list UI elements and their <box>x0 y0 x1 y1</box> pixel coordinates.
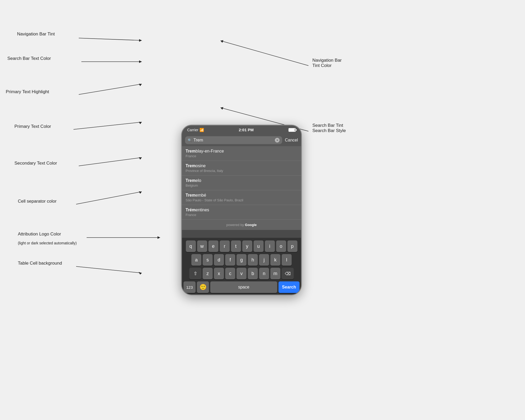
key-s[interactable]: s <box>203 254 213 266</box>
status-time: 2:01 PM <box>239 128 254 132</box>
svg-line-14 <box>76 266 142 273</box>
key-t[interactable]: t <box>231 240 241 252</box>
key-u[interactable]: u <box>254 240 264 252</box>
svg-line-4 <box>79 84 142 94</box>
status-bar: Carrier 📶 2:01 PM <box>182 125 301 134</box>
svg-marker-13 <box>158 236 160 239</box>
search-text: Trem <box>193 138 273 143</box>
key-l[interactable]: l <box>282 254 292 266</box>
key-i[interactable]: i <box>265 240 275 252</box>
svg-marker-11 <box>139 191 142 194</box>
keyboard-row-3: ⇧ z x c v b n m ⌫ <box>183 268 300 279</box>
svg-line-6 <box>74 122 142 129</box>
result-rest-3: embé <box>196 193 206 197</box>
key-123[interactable]: 123 <box>183 281 196 293</box>
svg-line-0 <box>79 38 142 40</box>
key-x[interactable]: x <box>214 268 224 279</box>
key-o[interactable]: o <box>276 240 286 252</box>
battery-icon <box>288 128 296 132</box>
key-e[interactable]: e <box>208 240 218 252</box>
keyboard-row-2: a s d f g h j k l <box>183 254 300 266</box>
key-b[interactable]: b <box>248 268 258 279</box>
key-z[interactable]: z <box>203 268 213 279</box>
result-item-2[interactable]: Tremelo Belgium <box>182 176 301 190</box>
phone-mockup: Carrier 📶 2:01 PM 🔍 Trem ✕ Cancel Trembl… <box>181 125 302 295</box>
key-shift[interactable]: ⇧ <box>189 268 201 279</box>
result-rest-2: elo <box>196 178 201 183</box>
result-secondary-3: São Paulo - State of São Paulo, Brazil <box>186 198 297 202</box>
wifi-icon: 📶 <box>200 128 204 132</box>
result-highlight-2: Trem <box>186 178 196 183</box>
search-icon: 🔍 <box>188 138 192 142</box>
result-item-0[interactable]: Tremblay-en-France France <box>182 146 301 161</box>
svg-line-16 <box>220 41 308 66</box>
clear-button[interactable]: ✕ <box>275 138 280 143</box>
annotation-attribution-logo-color: Attribution Logo Color <box>18 232 61 237</box>
key-a[interactable]: a <box>191 254 201 266</box>
svg-line-10 <box>76 192 142 204</box>
key-q[interactable]: q <box>186 240 196 252</box>
key-space[interactable]: space <box>210 281 277 293</box>
keyboard: q w e r t y u i o p a s d f g h j k <box>182 238 301 295</box>
svg-marker-9 <box>139 157 142 160</box>
results-list: Tremblay-en-France France Tremosine Prov… <box>182 146 301 219</box>
annotation-table-cell-bg: Table Cell background <box>18 261 62 266</box>
carrier: Carrier 📶 <box>187 128 204 132</box>
annotation-nav-bar-tint: Navigation Bar Tint <box>17 32 55 37</box>
key-d[interactable]: d <box>214 254 224 266</box>
result-item-1[interactable]: Tremosine Province of Brescia, Italy <box>182 161 301 176</box>
annotation-attribution-logo-sub: (light or dark selected automatically) <box>18 241 77 245</box>
result-highlight-1: Trem <box>186 164 196 168</box>
cancel-button[interactable]: Cancel <box>285 138 298 143</box>
google-brand: Google <box>245 223 257 227</box>
result-rest-0: blay-en-France <box>196 149 224 153</box>
annotation-search-bar-text-color: Search Bar Text Color <box>7 56 51 61</box>
key-g[interactable]: g <box>237 254 246 266</box>
annotation-secondary-text-color: Secondary Text Color <box>14 161 57 166</box>
result-primary-4: Trémentines <box>186 208 297 212</box>
result-highlight-3: Trem <box>186 193 196 197</box>
key-j[interactable]: j <box>259 254 269 266</box>
annotation-nav-bar-tint-color: Navigation Bar Tint Color <box>312 58 342 68</box>
result-primary-2: Tremelo <box>186 178 297 183</box>
annotation-cell-separator-color: Cell separator color <box>18 199 56 204</box>
key-r[interactable]: r <box>220 240 230 252</box>
svg-marker-7 <box>139 122 142 124</box>
result-primary-0: Tremblay-en-France <box>186 149 297 154</box>
svg-marker-15 <box>139 272 142 275</box>
result-secondary-2: Belgium <box>186 183 297 187</box>
key-backspace[interactable]: ⌫ <box>282 268 294 279</box>
keyboard-bottom-row: 123 🙂 space Search <box>183 281 300 293</box>
key-m[interactable]: m <box>270 268 280 279</box>
result-item-4[interactable]: Trémentines France <box>182 205 301 219</box>
svg-marker-1 <box>139 39 142 42</box>
powered-by-text: powered by <box>226 223 245 227</box>
annotation-primary-text-color: Primary Text Color <box>14 124 51 129</box>
svg-marker-17 <box>220 40 223 43</box>
svg-marker-19 <box>220 107 223 110</box>
key-n[interactable]: n <box>259 268 269 279</box>
result-highlight-0: Trem <box>186 149 196 153</box>
table-cell-background <box>182 230 301 238</box>
result-item-3[interactable]: Tremembé São Paulo - State of São Paulo,… <box>182 190 301 205</box>
key-h[interactable]: h <box>248 254 258 266</box>
result-primary-1: Tremosine <box>186 164 297 168</box>
annotation-primary-text-highlight: Primary Text Highlight <box>6 89 49 94</box>
key-emoji[interactable]: 🙂 <box>197 281 209 293</box>
result-secondary-0: France <box>186 154 297 158</box>
annotation-search-bar-tint: Search Bar Tint Search Bar Style <box>312 123 346 133</box>
key-w[interactable]: w <box>197 240 207 252</box>
result-rest-1: osine <box>196 164 206 168</box>
svg-marker-3 <box>139 60 142 63</box>
key-y[interactable]: y <box>242 240 252 252</box>
search-input-box[interactable]: 🔍 Trem ✕ <box>185 136 282 144</box>
result-primary-3: Tremembé <box>186 193 297 198</box>
key-search[interactable]: Search <box>279 281 300 293</box>
carrier-label: Carrier <box>187 128 198 132</box>
key-p[interactable]: p <box>287 240 297 252</box>
key-c[interactable]: c <box>225 268 235 279</box>
key-f[interactable]: f <box>225 254 235 266</box>
keyboard-row-1: q w e r t y u i o p <box>183 240 300 252</box>
key-k[interactable]: k <box>270 254 280 266</box>
key-v[interactable]: v <box>237 268 246 279</box>
